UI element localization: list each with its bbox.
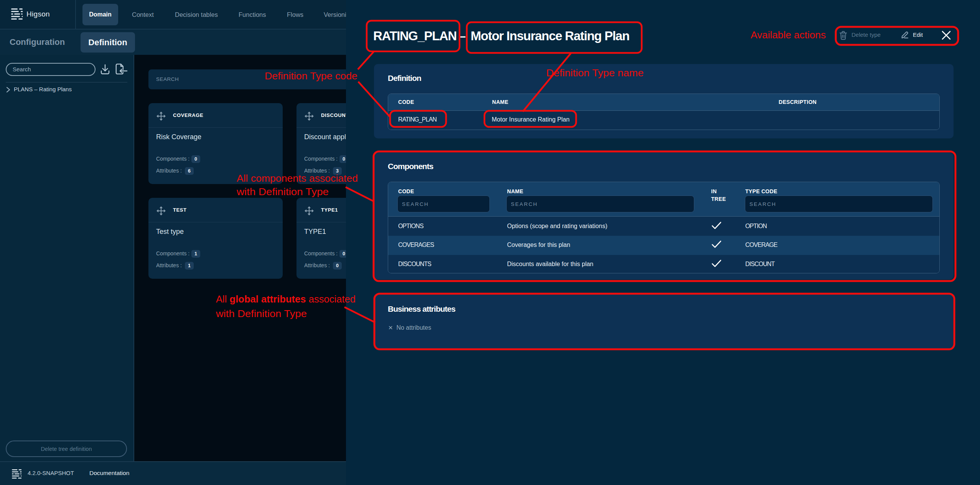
svg-text:Definition Type code: Definition Type code (265, 70, 357, 82)
svg-text:with Definition Type: with Definition Type (236, 186, 329, 197)
svg-text:with Definition Type: with Definition Type (216, 308, 307, 319)
svg-text:Available actions: Available actions (751, 29, 826, 41)
svg-text:All components associated: All components associated (237, 173, 358, 184)
svg-text:Definition Type name: Definition Type name (546, 67, 644, 79)
svg-text:All global attributes associat: All global attributes associated (216, 293, 356, 305)
